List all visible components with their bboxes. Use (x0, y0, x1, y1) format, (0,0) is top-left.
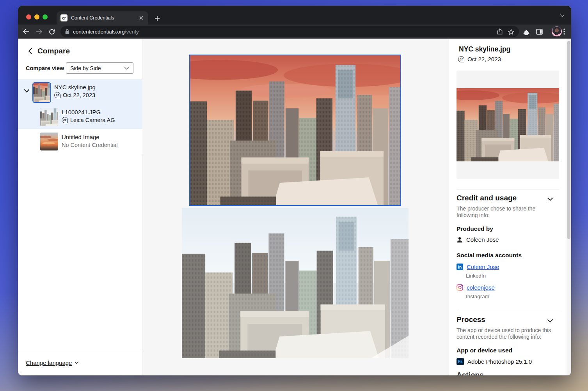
back-chevron-icon[interactable] (28, 48, 32, 55)
change-language-link[interactable]: Change language (26, 359, 79, 366)
file-meta: No Content Credential (62, 142, 117, 148)
app-device-label: App or device used (457, 347, 512, 354)
reload-icon[interactable] (47, 27, 57, 36)
compare-canvas (142, 39, 449, 375)
compare-view-value: Side by Side (70, 65, 101, 71)
tab-close-icon[interactable] (138, 15, 144, 21)
file-name: Untitled Image (62, 134, 99, 140)
instagram-icon (457, 284, 463, 291)
url-path: /verify (125, 29, 139, 35)
file-thumbnail[interactable] (40, 108, 58, 126)
page-scrollbar[interactable] (567, 39, 571, 375)
compare-view-select[interactable]: Side by Side (66, 62, 133, 74)
change-language-label: Change language (26, 359, 72, 366)
file-row-untitled[interactable]: Untitled Image No Content Credential (18, 129, 142, 154)
actions-section-heading-clipped: Actions (457, 371, 484, 375)
desktop-background: cr Content Credentials (0, 0, 588, 391)
url-text[interactable]: contentcredentials.org/verify (73, 29, 497, 35)
content-credentials-favicon: cr (60, 14, 68, 21)
asset-preview (457, 71, 559, 179)
asset-date: Oct 22, 2023 (467, 56, 501, 62)
produced-by-label: Produced by (457, 225, 493, 232)
tab-search-chevron-icon[interactable] (559, 12, 566, 19)
collapse-chevron-icon[interactable] (547, 318, 553, 324)
produced-by-value: Coleen Jose (466, 236, 499, 243)
file-name: NYC skyline.jpg (54, 84, 96, 90)
social-accounts-label: Social media accounts (457, 252, 522, 259)
close-window-button[interactable] (26, 14, 31, 19)
browser-window: cr Content Credentials (18, 6, 571, 375)
credential-details-panel: NYC skyline.jpg cr Oct 22, 2023 Credit a… (449, 39, 567, 375)
file-meta: Oct 22, 2023 (63, 92, 95, 98)
url-domain: contentcredentials.org (73, 29, 125, 35)
scrollbar-thumb[interactable] (567, 41, 570, 239)
share-icon[interactable] (497, 28, 503, 35)
credit-section-heading: Credit and usage (457, 194, 517, 202)
collapse-chevron-icon[interactable] (547, 196, 553, 202)
app-device-value: Adobe Photoshop 25.1.0 (467, 358, 532, 365)
file-row-nyc-skyline[interactable]: NYC skyline.jpg cr Oct 22, 2023 (18, 79, 142, 104)
process-section-heading: Process (457, 315, 485, 324)
page-title: Compare (37, 47, 70, 55)
file-name: L1000241.JPG (62, 109, 101, 115)
browser-tab-strip: cr Content Credentials (18, 6, 571, 25)
sidebar-footer: Change language (18, 351, 142, 375)
divider (457, 189, 559, 189)
instagram-platform-label: Instagram (466, 294, 489, 299)
linkedin-icon: in (457, 264, 463, 270)
compare-view-label: Compare view (26, 65, 64, 71)
person-icon (457, 237, 463, 243)
file-meta: Leica Camera AG (70, 117, 115, 123)
browser-toolbar: contentcredentials.org/verify (18, 25, 571, 39)
compared-image-edited[interactable] (189, 55, 401, 206)
page-content: Compare Compare view Side by Side NYC sk… (18, 39, 571, 375)
compare-sidebar: Compare Compare view Side by Side NYC sk… (18, 39, 142, 375)
compared-image-original[interactable] (182, 208, 409, 358)
cr-icon: cr (458, 56, 464, 62)
asset-title: NYC skyline.jpg (459, 45, 510, 53)
linkedin-profile-link[interactable]: Coleen Jose (467, 264, 499, 270)
address-bar[interactable]: contentcredentials.org/verify (60, 26, 519, 37)
file-thumbnail[interactable] (40, 133, 58, 150)
asset-preview-image (457, 88, 559, 161)
tab-title: Content Credentials (71, 15, 138, 21)
cr-icon: cr (62, 117, 68, 123)
expand-chevron-icon[interactable] (24, 89, 30, 93)
menu-kebab-icon[interactable] (560, 27, 569, 36)
photoshop-icon: Ps (457, 358, 464, 365)
instagram-profile-link[interactable]: coleenjose (467, 284, 495, 291)
credit-section-description: The producer chose to share the followin… (457, 205, 557, 219)
process-section-description: The app or device used to produce this c… (457, 327, 557, 340)
divider (457, 311, 559, 311)
cr-icon: cr (54, 92, 60, 98)
macos-window-controls[interactable] (26, 14, 48, 19)
side-panel-icon[interactable] (535, 27, 544, 36)
minimize-window-button[interactable] (34, 14, 39, 19)
browser-tab[interactable]: cr Content Credentials (57, 11, 148, 25)
chevron-down-icon (124, 67, 129, 70)
chevron-down-icon (75, 361, 79, 364)
file-row-l1000241[interactable]: L1000241.JPG cr Leica Camera AG (18, 104, 142, 129)
new-tab-button[interactable] (153, 14, 162, 23)
forward-icon[interactable] (34, 27, 44, 36)
zoom-window-button[interactable] (43, 14, 48, 19)
lock-icon (65, 29, 69, 34)
file-thumbnail-selected[interactable] (32, 82, 51, 103)
extensions-puzzle-icon[interactable] (522, 27, 531, 36)
bookmark-star-icon[interactable] (508, 29, 514, 35)
linkedin-platform-label: LinkedIn (466, 273, 486, 279)
back-icon[interactable] (21, 27, 31, 36)
